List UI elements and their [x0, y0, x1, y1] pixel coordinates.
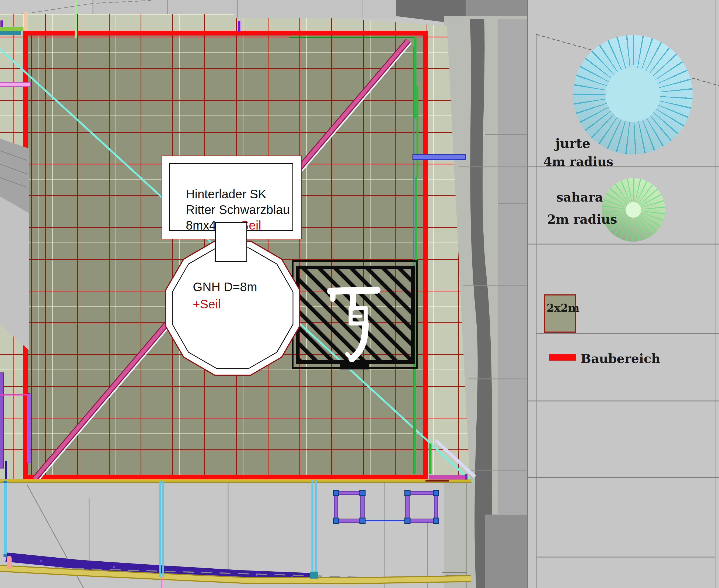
gnh-label-line1: GNH D=8m [193, 278, 257, 295]
yellow-boundary-line [0, 481, 472, 482]
legend-jurte-radius: 4m radius [543, 154, 614, 169]
legend-baubereich-label: Baubereich [581, 352, 660, 366]
sahara-symbol [602, 178, 665, 241]
legend-baubereich-swatch [550, 354, 576, 361]
left-lower-marks [0, 373, 30, 482]
salmon-marker [7, 556, 12, 569]
blue-bar [413, 154, 465, 160]
tent-label-line2: Ritter Schwarzblau [186, 202, 290, 217]
terrain-overlap-left [0, 139, 29, 350]
legend-sahara-radius: 2m radius [547, 212, 617, 227]
pale-guyline [436, 440, 475, 477]
gnh-label: GNH D=8m +Seil [193, 278, 257, 313]
gnh-label-line2: +Seil [193, 295, 257, 313]
site-plan: Hinterlader SK Ritter Schwarzblau 8mx4m … [0, 0, 719, 588]
jurte-symbol [573, 35, 693, 154]
tent-connector [215, 222, 247, 262]
magenta-segment [429, 475, 466, 480]
legend-jurte-label: jurte [555, 136, 590, 151]
legend-2x2-label: 2x2m [547, 301, 580, 314]
topleft-utility-marks [0, 0, 239, 86]
legend-sahara-label: sahara [556, 190, 603, 205]
purple-plots [333, 490, 439, 523]
tent-label-frame: Hinterlader SK Ritter Schwarzblau 8mx4m … [169, 163, 293, 231]
tent-label-line1: Hinterlader SK [186, 186, 290, 202]
hatched-structure [293, 261, 417, 370]
